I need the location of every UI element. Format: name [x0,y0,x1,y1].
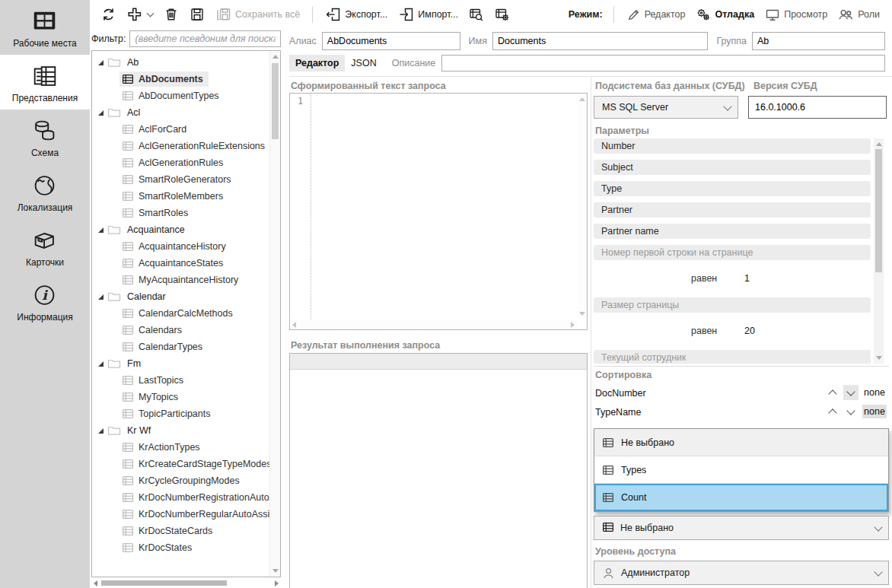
sidebar-item-information[interactable]: i Информация [0,274,90,329]
tree-row[interactable]: SmartRoleGenerators [92,171,270,188]
save-all-button[interactable]: Сохранить всё [212,5,303,24]
sort-descending-button[interactable] [843,385,859,400]
tree-row[interactable]: AclGenerationRuleExtensions [92,138,270,154]
delete-button[interactable] [161,5,182,24]
parameter-row[interactable]: Номер первой строки на странице [594,245,871,260]
sort-row[interactable]: TypeName none [594,402,889,421]
tree-row[interactable]: CalendarTypes [92,338,270,355]
filter-input[interactable] [129,30,281,47]
tree-row[interactable]: AbDocuments [92,71,270,87]
import-button[interactable]: Импорт... [395,5,461,24]
sort-row[interactable]: DocNumber none [594,383,889,402]
parameter-row[interactable]: равен 20 [594,319,871,344]
tree-row[interactable]: LastTopics [92,372,270,389]
expander-icon[interactable] [98,60,104,65]
expander-icon[interactable] [98,227,104,233]
tree-row[interactable]: AcquaintanceHistory [92,238,270,255]
parameter-row[interactable]: Partner name [594,224,871,239]
parameter-row[interactable]: Subject [594,160,871,175]
query-text-editor[interactable]: 1 [289,93,588,330]
expander-icon[interactable] [98,361,104,367]
parameter-row[interactable]: Размер страницы [594,297,871,313]
tree-row[interactable]: Acquaintance [92,221,270,238]
tree-row[interactable]: KrDocNumberRegularAutoAssign [92,506,270,523]
tree-scroll-thumb[interactable] [272,63,279,139]
view-settings-button[interactable] [492,5,513,24]
tab-json[interactable]: JSON [345,55,382,72]
tree-horizontal-scrollbar[interactable] [91,578,281,588]
dropdown-option[interactable]: Не выбрано [594,429,888,456]
tree-row[interactable]: KrCycleGroupingModes [92,472,270,489]
tree-row[interactable]: KrDocNumberRegistrationAutoA [92,489,270,506]
tree-row[interactable]: Fm [92,355,270,372]
tab-editor[interactable]: Редактор [289,55,345,72]
scroll-down-arrow-icon[interactable] [272,569,279,573]
sidebar-item-localization[interactable]: Локализация [0,164,90,219]
tree-row[interactable]: CalendarCalcMethods [92,305,270,322]
scroll-up-arrow-icon[interactable] [272,55,279,59]
scroll-right-arrow-icon[interactable] [571,322,575,328]
parameters-scroll-thumb[interactable] [875,149,882,272]
sidebar-item-schema[interactable]: Схема [0,110,90,164]
editor-vertical-scrollbar[interactable] [577,94,587,319]
mode-view-button[interactable]: Просмотр [762,5,830,24]
parameter-operator[interactable]: равен [691,326,717,336]
expander-icon[interactable] [98,428,104,434]
parameter-row[interactable]: равен 1 [594,266,871,291]
mode-editor-button[interactable]: Редактор [623,6,689,24]
reference-select[interactable]: Не выбрано [594,516,889,540]
tree-row[interactable]: SmartRoles [92,205,270,221]
save-button[interactable] [186,5,208,24]
tree-row[interactable]: KrDocStateCards [92,523,270,539]
access-level-select[interactable]: Администратор [594,561,889,585]
add-button[interactable] [124,5,156,24]
export-button[interactable]: Экспорт... [322,5,390,24]
sort-direction-value[interactable]: none [862,405,887,418]
tree-row[interactable]: AbDocumentTypes [92,87,270,104]
tree-row[interactable]: KrCreateCardStageTypeModes [92,456,270,472]
tree-row[interactable]: Calendars [92,322,270,338]
parameter-row[interactable]: Текущий сотрудник [594,350,871,364]
tree-row[interactable]: AclGenerationRules [92,154,270,171]
tree-row[interactable]: Calendar [92,288,270,305]
mode-roles-button[interactable]: Роли [835,5,883,24]
scroll-down-arrow-icon[interactable] [876,356,882,360]
editor-horizontal-scrollbar[interactable] [290,319,577,329]
sort-direction-value[interactable]: none [862,386,887,399]
tree-row[interactable]: Ab [92,54,270,71]
tree-vertical-scrollbar[interactable] [269,51,280,577]
alias-input[interactable] [322,32,460,50]
sidebar-item-views[interactable]: Представления [0,55,90,110]
refresh-button[interactable] [97,5,119,24]
parameter-operator[interactable]: равен [691,273,717,284]
tree-row[interactable]: KrDocStates [92,539,270,556]
dropdown-option[interactable]: Count [594,484,888,511]
tree-hscroll-thumb[interactable] [101,580,227,586]
vertical-splitter[interactable] [591,76,591,588]
scroll-up-arrow-icon[interactable] [579,97,585,101]
sort-ascending-button[interactable] [825,385,840,400]
tree-row[interactable]: SmartRoleMembers [92,188,270,205]
parameter-value[interactable]: 1 [744,273,750,284]
tree-row[interactable]: MyAcquaintanceHistory [92,272,270,288]
tree-row[interactable]: AclForCard [92,121,270,138]
parameter-row[interactable]: Partner [594,202,871,218]
scroll-left-arrow-icon[interactable] [94,580,97,586]
scroll-up-arrow-icon[interactable] [876,142,882,146]
scroll-right-arrow-icon[interactable] [275,580,279,586]
scroll-down-arrow-icon[interactable] [579,312,585,316]
expander-icon[interactable] [98,294,104,300]
parameters-scrollbar[interactable] [874,138,884,364]
tree-row[interactable]: MyTopics [92,389,270,405]
name-input[interactable] [492,32,708,50]
sidebar-item-cards[interactable]: Карточки [0,219,90,274]
tree-row[interactable]: Kr Wf [92,422,270,439]
sidebar-item-workplaces[interactable]: Рабочие места [0,0,90,55]
dropdown-option[interactable]: Types [594,456,888,484]
sort-ascending-button[interactable] [825,404,840,419]
parameter-row[interactable]: Number [594,138,871,154]
db-subsystem-select[interactable]: MS SQL Server [594,96,738,119]
tree-row[interactable]: TopicParticipants [92,405,270,422]
group-input[interactable] [752,32,885,50]
view-search-button[interactable] [466,5,487,24]
